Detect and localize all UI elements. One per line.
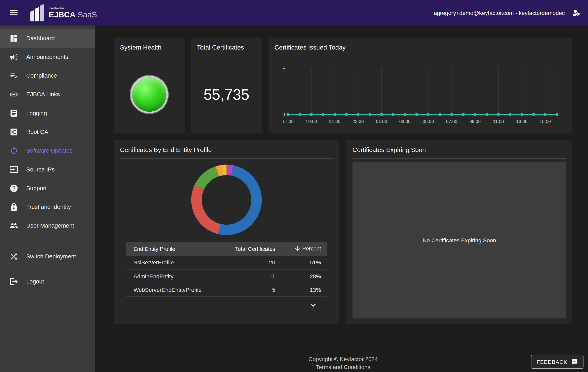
card-title: Total Certificates bbox=[197, 38, 256, 56]
feedback-chat-icon bbox=[571, 358, 578, 365]
sidebar-item-label: Source IPs bbox=[26, 166, 55, 173]
table-row: SslServerProfile 20 51% bbox=[126, 256, 327, 269]
dashboard-icon bbox=[9, 34, 18, 43]
certificates-by-profile-card: Certificates By End Entity Profile End E… bbox=[114, 140, 339, 324]
sidebar-item-label: Trust and Identity bbox=[26, 204, 71, 211]
svg-text:19:00: 19:00 bbox=[306, 119, 317, 124]
sidebar-item-support[interactable]: Support bbox=[0, 179, 95, 198]
cell-percent: 13% bbox=[275, 283, 327, 296]
sidebar-item-label: Dashboard bbox=[26, 35, 55, 42]
cell-percent: 51% bbox=[275, 256, 327, 269]
sync-icon bbox=[9, 146, 18, 155]
cell-profile: WebServerEndEntityProfile bbox=[126, 283, 216, 296]
header-percent[interactable]: Percent bbox=[275, 242, 327, 256]
table-row: AdminEndEntity 11 28% bbox=[126, 269, 327, 283]
cell-profile: SslServerProfile bbox=[126, 256, 216, 269]
sidebar-item-ejbca-links[interactable]: EJBCA Links bbox=[0, 85, 95, 104]
card-title: Certificates By End Entity Profile bbox=[120, 140, 333, 159]
account-text: agregory+demo@keyfactor.com - keyfactord… bbox=[434, 10, 565, 16]
sidebar-item-dashboard[interactable]: Dashboard bbox=[0, 29, 95, 48]
card-title: Certificates Issued Today bbox=[274, 38, 566, 56]
svg-text:1: 1 bbox=[283, 65, 285, 70]
svg-text:21:00: 21:00 bbox=[329, 119, 341, 124]
manage-accounts-icon[interactable] bbox=[571, 8, 580, 17]
sidebar-item-label: Compliance bbox=[26, 72, 57, 79]
keyfactor-logo-icon bbox=[30, 4, 45, 21]
card-title: Certificates Expiring Soon bbox=[352, 140, 566, 159]
footer: Copyright © Keyfactor 2024 Terms and Con… bbox=[114, 324, 572, 371]
svg-text:05:00: 05:00 bbox=[423, 119, 434, 124]
total-certificates-card: Total Certificates 55,735 bbox=[191, 38, 262, 133]
sidebar-item-label: Logout bbox=[26, 278, 44, 285]
account-area: agregory+demo@keyfactor.com - keyfactord… bbox=[434, 8, 580, 17]
people-icon bbox=[9, 221, 18, 230]
sidebar-item-label: EJBCA Links bbox=[26, 91, 60, 98]
svg-text:03:00: 03:00 bbox=[399, 119, 410, 124]
sidebar-item-software-updates[interactable]: Software Updates bbox=[0, 141, 95, 160]
sidebar-item-root-ca[interactable]: Root CA bbox=[0, 123, 95, 141]
table-header-row: End Entity Profile Total Certificates Pe… bbox=[126, 242, 327, 256]
svg-text:01:00: 01:00 bbox=[376, 119, 387, 124]
svg-text:17:00: 17:00 bbox=[283, 119, 294, 124]
input-icon bbox=[9, 165, 18, 174]
total-certificates-value: 55,735 bbox=[203, 86, 250, 103]
svg-text:09:00: 09:00 bbox=[469, 119, 481, 124]
svg-text:23:00: 23:00 bbox=[352, 119, 364, 124]
cell-percent: 28% bbox=[275, 269, 327, 283]
sidebar-item-trust-and-identity[interactable]: Trust and Identity bbox=[0, 198, 95, 216]
sidebar-item-label: Switch Deployment bbox=[26, 253, 76, 260]
sidebar-item-switch-deployment[interactable]: Switch Deployment bbox=[0, 247, 95, 266]
cell-profile: AdminEndEntity bbox=[126, 269, 216, 283]
terms-link[interactable]: Terms and Conditions bbox=[114, 363, 572, 371]
sidebar-item-source-ips[interactable]: Source IPs bbox=[0, 160, 95, 179]
system-health-card: System Health bbox=[114, 38, 184, 133]
expand-more-icon[interactable] bbox=[308, 300, 318, 310]
main-content: System Health Total Certificates 55,735 … bbox=[95, 25, 588, 372]
cell-total: 5 bbox=[216, 283, 275, 296]
card-title: System Health bbox=[120, 38, 178, 56]
ballot-icon bbox=[9, 128, 18, 137]
header-end-entity-profile[interactable]: End Entity Profile bbox=[126, 242, 216, 256]
svg-text:13:00: 13:00 bbox=[516, 119, 527, 124]
profile-table: End Entity Profile Total Certificates Pe… bbox=[126, 242, 327, 297]
expiring-empty-panel: No Certificates Expiring Soon bbox=[352, 162, 566, 318]
feedback-button[interactable]: FEEDBACK bbox=[531, 355, 584, 369]
cell-total: 20 bbox=[216, 256, 275, 269]
logout-icon bbox=[9, 277, 18, 286]
profile-donut-chart bbox=[191, 164, 262, 235]
svg-text:11:00: 11:00 bbox=[493, 119, 504, 124]
sidebar-item-label: Logging bbox=[26, 110, 47, 117]
sidebar-item-logging[interactable]: Logging bbox=[0, 104, 95, 123]
brand-ejbca-saas: EJBCASaaS bbox=[49, 10, 97, 19]
header-total-certificates[interactable]: Total Certificates bbox=[216, 242, 275, 256]
sidebar-item-compliance[interactable]: Compliance bbox=[0, 66, 95, 85]
shuffle-icon bbox=[9, 252, 18, 261]
sidebar-item-label: Root CA bbox=[26, 129, 48, 136]
menu-icon[interactable] bbox=[9, 8, 19, 18]
health-status-light bbox=[130, 76, 168, 113]
svg-text:0: 0 bbox=[283, 112, 285, 117]
certificates-issued-today-card: Certificates Issued Today 1017:0019:0021… bbox=[269, 38, 572, 133]
cell-total: 11 bbox=[216, 269, 275, 283]
sidebar-item-label: Support bbox=[26, 185, 47, 191]
sidebar-item-user-management[interactable]: User Management bbox=[0, 216, 95, 235]
link-icon bbox=[9, 90, 18, 99]
document-icon bbox=[9, 109, 18, 118]
sidebar-item-logout[interactable]: Logout bbox=[0, 272, 95, 291]
sidebar-item-label: Software Updates bbox=[26, 147, 73, 154]
brand-logo: Keyfactor EJBCASaaS bbox=[30, 4, 97, 21]
brand-text: Keyfactor EJBCASaaS bbox=[49, 7, 97, 19]
certificates-expiring-soon-card: Certificates Expiring Soon No Certificat… bbox=[346, 140, 572, 324]
issued-today-chart: 1017:0019:0021:0023:0001:0003:0005:0007:… bbox=[274, 60, 566, 129]
checklist-icon bbox=[9, 71, 18, 80]
svg-text:15:00: 15:00 bbox=[539, 119, 551, 124]
sidebar-item-label: Announcements bbox=[26, 54, 68, 61]
sort-desc-icon bbox=[294, 245, 301, 252]
sidebar-item-announcements[interactable]: Announcements bbox=[0, 48, 95, 66]
sidebar: Dashboard Announcements Compliance EJBCA… bbox=[0, 25, 95, 372]
lock-icon bbox=[9, 202, 18, 212]
top-bar: Keyfactor EJBCASaaS agregory+demo@keyfac… bbox=[0, 0, 588, 25]
svg-text:07:00: 07:00 bbox=[446, 119, 457, 124]
sidebar-divider bbox=[0, 241, 95, 241]
feedback-label: FEEDBACK bbox=[537, 359, 567, 365]
